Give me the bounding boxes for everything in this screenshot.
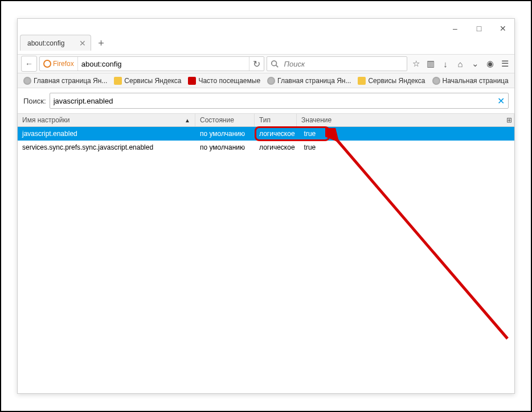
identity-box[interactable]: Firefox — [40, 57, 78, 71]
pref-status: по умолчанию — [195, 143, 255, 151]
bookmark-label: Главная страница Ян... — [34, 77, 107, 85]
config-search-row: Поиск: ✕ — [18, 88, 514, 113]
yandex-icon — [188, 77, 196, 85]
identity-label: Firefox — [53, 60, 74, 68]
navigation-toolbar: ← Firefox ↻ ☆ ▥ ↓ ⌂ ⌄ ◉ — [18, 54, 514, 73]
pref-status: по умолчанию — [195, 130, 255, 138]
maximize-button[interactable]: □ — [472, 22, 486, 35]
column-headers: Имя настройки ▲ Состояние Тип Значение ⊞ — [18, 113, 514, 127]
sidebar-icon[interactable]: ▥ — [424, 57, 437, 70]
arrow-left-icon: ← — [25, 59, 33, 68]
column-header-name[interactable]: Имя настройки ▲ — [18, 114, 195, 126]
addon-icon[interactable]: ◉ — [484, 57, 496, 70]
back-button[interactable]: ← — [21, 56, 37, 72]
browser-window: – □ ✕ about:config ✕ + ← Firefox ↻ — [17, 18, 515, 394]
about-config-content: Поиск: ✕ Имя настройки ▲ Состояние Тип З… — [18, 88, 514, 393]
minimize-button[interactable]: – — [448, 22, 462, 35]
svg-line-1 — [276, 65, 278, 68]
pref-type: логическое — [255, 143, 300, 151]
pref-name: javascript.enabled — [18, 130, 195, 138]
globe-icon — [432, 77, 440, 85]
bookmark-label: Начальная страница — [443, 77, 509, 85]
bookmark-star-icon[interactable]: ☆ — [410, 57, 422, 70]
pocket-icon[interactable]: ⌄ — [469, 57, 481, 70]
column-picker-icon[interactable]: ⊞ — [506, 116, 512, 124]
tab-strip: about:config ✕ + — [18, 35, 514, 51]
globe-icon — [267, 77, 275, 85]
reload-button[interactable]: ↻ — [249, 57, 264, 71]
url-input[interactable] — [78, 60, 249, 68]
search-input[interactable] — [282, 60, 407, 68]
reload-icon: ↻ — [253, 59, 260, 69]
downloads-icon[interactable]: ↓ — [439, 57, 452, 70]
bookmark-item[interactable]: Начальная страница — [430, 76, 511, 86]
bookmark-item[interactable]: Часто посещаемые — [186, 76, 263, 86]
bookmark-item[interactable]: Сервисы Яндекса — [355, 76, 427, 86]
bookmark-item[interactable]: Главная страница Ян... — [265, 76, 353, 86]
config-search-input[interactable] — [54, 97, 497, 105]
search-engine-icon[interactable] — [267, 60, 282, 68]
bookmark-item[interactable]: Главная страница Ян... — [21, 76, 109, 86]
search-bar[interactable] — [267, 56, 407, 71]
new-tab-button[interactable]: + — [93, 36, 108, 51]
column-header-value[interactable]: Значение — [297, 114, 514, 126]
globe-icon — [23, 77, 31, 85]
menu-icon[interactable]: ☰ — [498, 57, 511, 70]
config-row[interactable]: services.sync.prefs.sync.javascript.enab… — [18, 141, 514, 154]
close-tab-icon[interactable]: ✕ — [79, 39, 86, 48]
bookmark-label: Сервисы Яндекса — [124, 77, 181, 85]
bookmark-label: Главная страница Ян... — [277, 77, 351, 85]
config-search-label: Поиск: — [23, 97, 46, 105]
column-header-status[interactable]: Состояние — [195, 114, 255, 126]
bookmark-label: Часто посещаемые — [198, 77, 260, 85]
pref-value: true — [300, 130, 514, 138]
folder-icon — [114, 77, 122, 85]
pref-name: services.sync.prefs.sync.javascript.enab… — [18, 143, 195, 151]
bookmark-item[interactable]: Сервисы Яндекса — [112, 76, 183, 86]
browser-tab[interactable]: about:config ✕ — [20, 35, 91, 51]
url-bar[interactable]: Firefox ↻ — [39, 56, 264, 71]
home-icon[interactable]: ⌂ — [454, 57, 466, 70]
sort-asc-icon: ▲ — [185, 117, 190, 123]
column-header-name-label: Имя настройки — [22, 116, 70, 124]
bookmarks-toolbar: Главная страница Ян... Сервисы Яндекса Ч… — [18, 73, 514, 88]
close-window-button[interactable]: ✕ — [496, 22, 510, 35]
svg-line-2 — [335, 138, 508, 339]
config-rows: javascript.enabled по умолчанию логическ… — [18, 127, 514, 154]
folder-icon — [358, 77, 366, 85]
pref-type: логическое — [255, 130, 300, 138]
screenshot-frame: – □ ✕ about:config ✕ + ← Firefox ↻ — [0, 0, 532, 412]
annotation-arrow — [325, 128, 519, 350]
config-search-field-wrap[interactable]: ✕ — [50, 93, 509, 109]
bookmark-label: Сервисы Яндекса — [368, 77, 425, 85]
svg-point-0 — [271, 61, 276, 66]
pref-value: true — [300, 143, 514, 151]
tab-title: about:config — [27, 39, 64, 47]
clear-search-icon[interactable]: ✕ — [497, 96, 505, 106]
column-header-type[interactable]: Тип — [255, 114, 297, 126]
config-row[interactable]: javascript.enabled по умолчанию логическ… — [18, 127, 514, 141]
